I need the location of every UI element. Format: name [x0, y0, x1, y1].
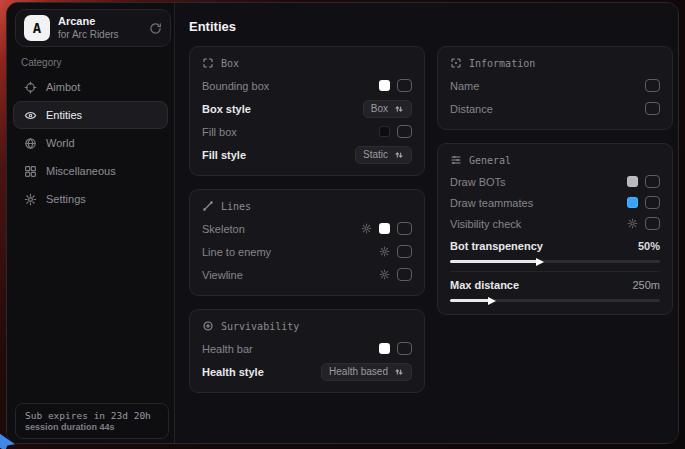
bot-transparency-slider[interactable]: [450, 260, 660, 263]
lines-card: Lines Skeleton Line to enemy: [189, 189, 425, 296]
setting-row: Health style Health based: [202, 360, 412, 383]
visibility-check-checkbox[interactable]: [645, 217, 660, 230]
line-icon: [202, 200, 214, 212]
fill-style-dropdown[interactable]: Static: [355, 146, 412, 164]
setting-label: Bot transpenency: [450, 240, 543, 252]
sidebar-item-settings[interactable]: Settings: [13, 185, 168, 213]
setting-row: Health bar: [202, 337, 412, 360]
app-window: A Arcane for Arc Riders Category Aimbot: [6, 2, 679, 444]
general-card: General Draw BOTs Draw teammates: [437, 143, 673, 315]
setting-row: Fill box: [202, 120, 412, 143]
setting-label: Box style: [202, 103, 251, 115]
fill-box-checkbox[interactable]: [397, 125, 412, 138]
sidebar-item-world[interactable]: World: [13, 129, 168, 157]
setting-label: Distance: [450, 103, 493, 115]
distance-checkbox[interactable]: [645, 102, 660, 115]
setting-label: Fill box: [202, 126, 237, 138]
slider-thumb[interactable]: [536, 258, 544, 266]
color-swatch[interactable]: [379, 223, 390, 234]
setting-row: Name: [450, 74, 660, 97]
brand-subtitle: for Arc Riders: [58, 29, 141, 42]
color-swatch[interactable]: [627, 197, 638, 208]
draw-teammates-checkbox[interactable]: [645, 196, 660, 209]
sub-expiry-text: Sub expires in 23d 20h: [25, 410, 159, 421]
bounding-box-checkbox[interactable]: [397, 79, 412, 92]
setting-label: Skeleton: [202, 223, 245, 235]
sliders-icon: [450, 154, 462, 166]
setting-label: Max distance: [450, 279, 519, 291]
sidebar-item-label: World: [46, 137, 75, 149]
left-column: Box Bounding box Box style Box: [189, 46, 425, 393]
color-swatch[interactable]: [379, 126, 390, 137]
name-checkbox[interactable]: [645, 79, 660, 92]
box-card: Box Bounding box Box style Box: [189, 46, 425, 176]
sidebar-item-entities[interactable]: Entities: [13, 101, 168, 129]
setting-row: Draw teammates: [450, 192, 660, 213]
setting-label: Line to enemy: [202, 246, 271, 258]
setting-label: Viewline: [202, 269, 243, 281]
sync-icon[interactable]: [149, 22, 162, 35]
setting-row: Draw BOTs: [450, 171, 660, 192]
box-corners-icon: [202, 57, 214, 69]
brand-card: A Arcane for Arc Riders: [15, 9, 171, 47]
color-swatch[interactable]: [627, 176, 638, 187]
health-bar-checkbox[interactable]: [397, 342, 412, 355]
sidebar-item-label: Aimbot: [46, 81, 80, 93]
sidebar-nav: Aimbot Entities World Miscellaneous: [13, 73, 168, 213]
subscription-card: Sub expires in 23d 20h session duration …: [15, 403, 169, 439]
crosshair-icon: [24, 81, 37, 94]
brand-title: Arcane: [58, 15, 141, 29]
setting-label: Draw teammates: [450, 197, 533, 209]
setting-row: Viewline: [202, 263, 412, 286]
globe-icon: [24, 137, 37, 150]
viewline-checkbox[interactable]: [397, 268, 412, 281]
category-label: Category: [21, 57, 62, 68]
setting-row: Box style Box: [202, 97, 412, 120]
eye-scan-icon: [24, 109, 37, 122]
gear-icon: [24, 193, 37, 206]
setting-label: Visibility check: [450, 218, 521, 230]
setting-label: Name: [450, 80, 479, 92]
sidebar-item-label: Miscellaneous: [46, 165, 116, 177]
information-card: Information Name Distance: [437, 46, 673, 130]
draw-bots-checkbox[interactable]: [645, 175, 660, 188]
sidebar-item-label: Settings: [46, 193, 86, 205]
setting-row: Distance: [450, 97, 660, 120]
line-to-enemy-checkbox[interactable]: [397, 245, 412, 258]
skeleton-settings-gear-icon[interactable]: [361, 223, 372, 234]
brand-logo: A: [24, 15, 50, 41]
grid-icon: [24, 165, 37, 178]
sidebar-item-aimbot[interactable]: Aimbot: [13, 73, 168, 101]
setting-row: Visibility check: [450, 213, 660, 234]
right-column: Information Name Distance General: [437, 46, 673, 315]
setting-label: Health style: [202, 366, 264, 378]
health-icon: [202, 320, 214, 332]
info-scan-icon: [450, 57, 462, 69]
viewline-settings-gear-icon[interactable]: [379, 269, 390, 280]
setting-row: Bounding box: [202, 74, 412, 97]
color-swatch[interactable]: [379, 343, 390, 354]
color-swatch[interactable]: [379, 80, 390, 91]
health-style-dropdown[interactable]: Health based: [321, 363, 412, 381]
setting-row: Line to enemy: [202, 240, 412, 263]
survivability-card: Survivability Health bar Health style He…: [189, 309, 425, 393]
setting-label: Fill style: [202, 149, 246, 161]
visibility-settings-gear-icon[interactable]: [627, 218, 638, 229]
setting-label: Draw BOTs: [450, 176, 506, 188]
sidebar-item-miscellaneous[interactable]: Miscellaneous: [13, 157, 168, 185]
sort-arrows-icon: [394, 367, 404, 377]
card-title: Survivability: [221, 321, 299, 332]
sort-arrows-icon: [394, 150, 404, 160]
max-distance-slider[interactable]: [450, 299, 660, 302]
setting-row: Fill style Static: [202, 143, 412, 166]
dropdown-value: Box: [371, 103, 388, 114]
skeleton-checkbox[interactable]: [397, 222, 412, 235]
sort-arrows-icon: [394, 104, 404, 114]
slider-thumb[interactable]: [488, 297, 496, 305]
session-duration-text: session duration 44s: [25, 422, 159, 432]
box-style-dropdown[interactable]: Box: [363, 100, 412, 118]
setting-label: Health bar: [202, 343, 253, 355]
line-to-enemy-settings-gear-icon[interactable]: [379, 246, 390, 257]
setting-label: Bounding box: [202, 80, 269, 92]
card-title: Box: [221, 58, 239, 69]
